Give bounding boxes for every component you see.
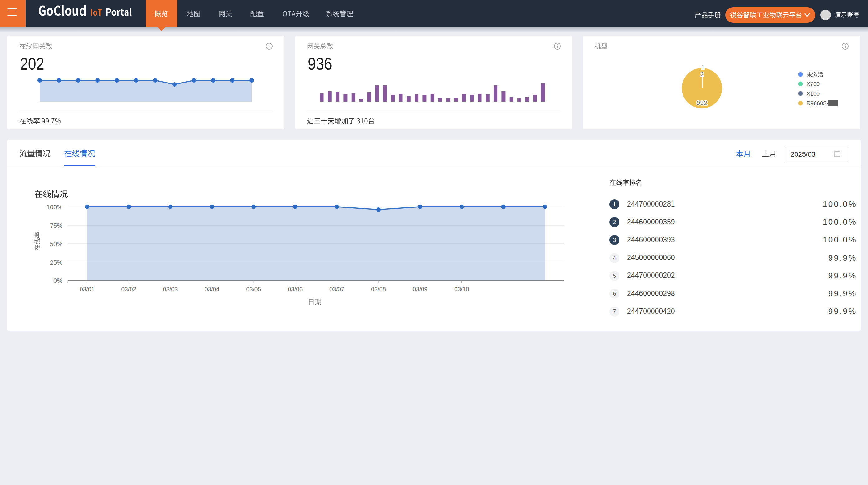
svg-text:03/05: 03/05 (246, 286, 261, 292)
svg-text:03/09: 03/09 (413, 286, 428, 292)
svg-text:1: 1 (701, 64, 705, 70)
svg-text:25%: 25% (50, 259, 62, 266)
svg-text:03/08: 03/08 (371, 286, 386, 292)
svg-text:03/06: 03/06 (288, 286, 303, 292)
svg-text:03/01: 03/01 (80, 286, 95, 292)
svg-text:932: 932 (696, 99, 707, 106)
svg-text:75%: 75% (50, 222, 62, 229)
svg-text:03/10: 03/10 (454, 286, 469, 292)
svg-text:R9660S-: R9660S- (806, 100, 829, 107)
svg-text:0%: 0% (53, 277, 62, 284)
svg-text:X100: X100 (806, 91, 819, 97)
svg-text:50%: 50% (50, 240, 62, 248)
svg-text:03/04: 03/04 (205, 286, 219, 292)
svg-text:2: 2 (701, 71, 704, 78)
svg-text:X700: X700 (806, 81, 819, 87)
svg-text:03/07: 03/07 (330, 286, 344, 292)
svg-text:03/03: 03/03 (163, 286, 178, 292)
svg-text:100%: 100% (46, 204, 62, 210)
svg-text:03/02: 03/02 (121, 286, 136, 292)
